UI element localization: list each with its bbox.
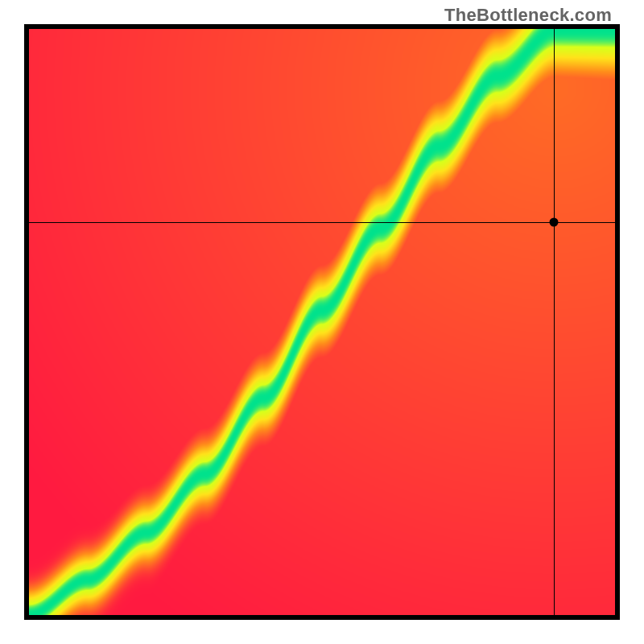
chart-container: TheBottleneck.com <box>0 0 644 644</box>
marker-point <box>549 218 558 227</box>
plot-inner <box>29 29 615 615</box>
crosshair-vertical <box>554 29 555 615</box>
watermark-text: TheBottleneck.com <box>444 5 612 26</box>
plot-frame <box>24 24 620 620</box>
heatmap-canvas <box>29 29 615 615</box>
crosshair-horizontal <box>29 222 615 223</box>
